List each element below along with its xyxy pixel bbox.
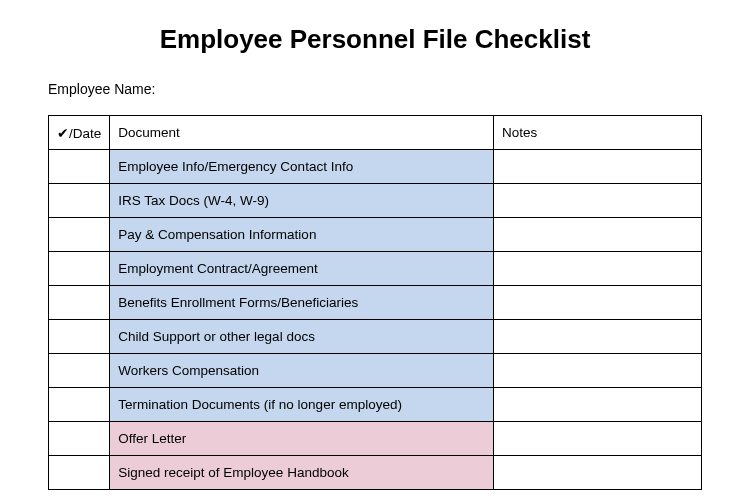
cell-document: Employment Contract/Agreement — [110, 252, 494, 286]
cell-document: Pay & Compensation Information — [110, 218, 494, 252]
cell-notes[interactable] — [494, 218, 702, 252]
table-row: Offer Letter — [49, 422, 702, 456]
cell-document: IRS Tax Docs (W-4, W-9) — [110, 184, 494, 218]
cell-document: Offer Letter — [110, 422, 494, 456]
table-body: Employee Info/Emergency Contact InfoIRS … — [49, 150, 702, 490]
cell-notes[interactable] — [494, 388, 702, 422]
employee-name-label: Employee Name: — [48, 81, 702, 97]
cell-notes[interactable] — [494, 422, 702, 456]
table-row: Pay & Compensation Information — [49, 218, 702, 252]
checklist-page: Employee Personnel File Checklist Employ… — [0, 0, 750, 503]
cell-document: Child Support or other legal docs — [110, 320, 494, 354]
table-row: Signed receipt of Employee Handbook — [49, 456, 702, 490]
cell-notes[interactable] — [494, 354, 702, 388]
cell-check[interactable] — [49, 150, 110, 184]
cell-notes[interactable] — [494, 150, 702, 184]
cell-check[interactable] — [49, 320, 110, 354]
cell-check[interactable] — [49, 388, 110, 422]
cell-document: Signed receipt of Employee Handbook — [110, 456, 494, 490]
header-check: ✔/Date — [49, 116, 110, 150]
cell-check[interactable] — [49, 184, 110, 218]
table-row: Employment Contract/Agreement — [49, 252, 702, 286]
cell-notes[interactable] — [494, 456, 702, 490]
cell-notes[interactable] — [494, 320, 702, 354]
checklist-table: ✔/Date Document Notes Employee Info/Emer… — [48, 115, 702, 490]
cell-notes[interactable] — [494, 286, 702, 320]
cell-document: Workers Compensation — [110, 354, 494, 388]
table-row: Workers Compensation — [49, 354, 702, 388]
cell-check[interactable] — [49, 354, 110, 388]
table-row: Child Support or other legal docs — [49, 320, 702, 354]
table-header-row: ✔/Date Document Notes — [49, 116, 702, 150]
cell-check[interactable] — [49, 218, 110, 252]
cell-document: Benefits Enrollment Forms/Beneficiaries — [110, 286, 494, 320]
cell-check[interactable] — [49, 252, 110, 286]
table-row: Termination Documents (if no longer empl… — [49, 388, 702, 422]
header-document: Document — [110, 116, 494, 150]
table-row: Employee Info/Emergency Contact Info — [49, 150, 702, 184]
table-row: IRS Tax Docs (W-4, W-9) — [49, 184, 702, 218]
page-title: Employee Personnel File Checklist — [48, 24, 702, 55]
cell-document: Termination Documents (if no longer empl… — [110, 388, 494, 422]
cell-notes[interactable] — [494, 252, 702, 286]
cell-check[interactable] — [49, 422, 110, 456]
cell-notes[interactable] — [494, 184, 702, 218]
cell-check[interactable] — [49, 286, 110, 320]
cell-document: Employee Info/Emergency Contact Info — [110, 150, 494, 184]
table-row: Benefits Enrollment Forms/Beneficiaries — [49, 286, 702, 320]
cell-check[interactable] — [49, 456, 110, 490]
header-notes: Notes — [494, 116, 702, 150]
